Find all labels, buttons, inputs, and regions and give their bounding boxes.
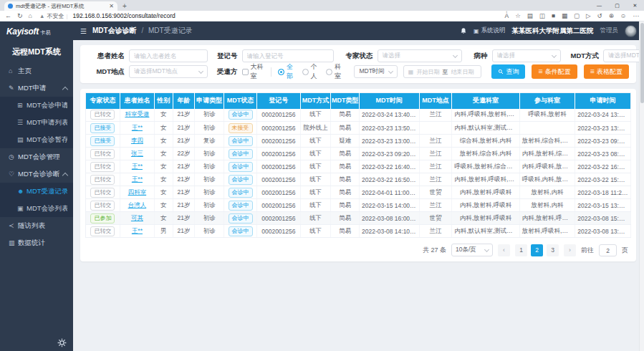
collapse-menu-icon[interactable]: ☰ bbox=[80, 27, 87, 35]
patient-name-link[interactable]: 可其 bbox=[131, 214, 143, 221]
scrollbar-thumb[interactable] bbox=[640, 23, 644, 103]
chevron-down-icon bbox=[484, 246, 489, 251]
page-size-select[interactable]: 10条/页 bbox=[451, 244, 493, 256]
invitee-radio-all[interactable]: 全部 bbox=[278, 62, 295, 81]
user-icon: ☻ bbox=[17, 188, 27, 195]
new-tab-button[interactable]: + bbox=[122, 2, 127, 10]
patient-name-link[interactable]: 王** bbox=[132, 124, 143, 131]
favorites-icon[interactable]: ☆ bbox=[515, 12, 521, 19]
sidebar-item-mdt-consult-list[interactable]: ▣MDT会诊列表 bbox=[0, 200, 73, 217]
invitee-radio-personal[interactable]: 个人 bbox=[302, 62, 319, 81]
disease-select[interactable]: 请选择 bbox=[492, 49, 561, 62]
search-button[interactable]: 查询 bbox=[491, 64, 525, 79]
url-text[interactable]: 192.168.0.156:9002/consultate/record bbox=[73, 12, 176, 19]
more-icon[interactable]: ⋯ bbox=[633, 12, 640, 19]
workspaces-icon[interactable]: ▦ bbox=[562, 12, 567, 19]
patient-name-link[interactable]: 王** bbox=[132, 163, 143, 170]
condition-config-button[interactable]: ☰ 条件配置 bbox=[532, 64, 577, 79]
mdt-status-badge: 会诊中 bbox=[229, 201, 253, 211]
back-icon[interactable]: ← bbox=[5, 12, 11, 19]
patient-name-input[interactable] bbox=[129, 49, 208, 62]
patient-name-cell: 可其 bbox=[120, 212, 154, 225]
sidebar-item-mdt-invite-record[interactable]: ☻MDT受邀记录 bbox=[0, 183, 73, 200]
mdt-mode-cell: 线下 bbox=[300, 148, 331, 160]
text-size-icon[interactable]: A̾ bbox=[504, 12, 509, 19]
chevron-down-icon bbox=[388, 68, 393, 73]
screenshot-icon[interactable]: ■ bbox=[552, 12, 555, 19]
patient-name-link[interactable]: 科室受邀 bbox=[125, 110, 149, 117]
browser-tab[interactable]: mdt受邀记录 - 远程MDT系统 ✕ bbox=[4, 1, 117, 11]
date-range-input[interactable]: ▦ 开始日期 至 结束日期 bbox=[403, 65, 482, 78]
settings-gear-icon[interactable] bbox=[57, 337, 67, 347]
patient-name-link[interactable]: 张三 bbox=[131, 150, 143, 157]
page-button-1[interactable]: 1 bbox=[515, 244, 527, 256]
profile-icon[interactable]: ☺ bbox=[620, 12, 627, 19]
column-header: MDT时间 bbox=[359, 93, 419, 109]
mdt-mode-cell: 线下 bbox=[300, 199, 331, 212]
apply-type-cell: 初诊 bbox=[195, 160, 224, 173]
topbar-right: ▣ 系统说明 某某医科大学附属第二医院 管理员 bbox=[460, 25, 637, 37]
system-help-link[interactable]: ▣ 系统说明 bbox=[474, 27, 506, 35]
user-avatar[interactable] bbox=[625, 25, 637, 37]
time-type-select[interactable]: MDT时间 bbox=[354, 65, 397, 78]
split-screen-icon[interactable]: ◫ bbox=[539, 12, 545, 19]
sidebar-item-data-stats[interactable]: ▥数据统计 bbox=[0, 234, 73, 251]
page-button-2[interactable]: 2 bbox=[531, 244, 543, 256]
diagnosis-icon: ♡ bbox=[9, 170, 18, 178]
mdt-status-cell: 会诊中 bbox=[224, 135, 257, 148]
gender-cell: 女 bbox=[154, 173, 173, 186]
collections-icon[interactable]: ▤ bbox=[527, 12, 533, 19]
mdt-time-cell: 2022-04-01 11:00:00 bbox=[359, 186, 419, 199]
tab-close-icon[interactable]: ✕ bbox=[109, 3, 114, 9]
total-count: 共 27 条 bbox=[423, 246, 446, 255]
history-icon[interactable]: ↺ bbox=[597, 12, 602, 19]
downloads-icon[interactable]: ⊕ bbox=[609, 12, 614, 19]
patient-name-link[interactable]: 李四 bbox=[131, 137, 143, 144]
register-no-input[interactable] bbox=[242, 49, 334, 62]
patient-name-link[interactable]: 王** bbox=[132, 227, 143, 234]
sidebar-item-mdt-apply[interactable]: ✎MDT申请 bbox=[0, 80, 73, 97]
big-dept-checkbox[interactable]: 大科室 bbox=[242, 62, 265, 81]
patient-name-link[interactable]: 王** bbox=[132, 176, 143, 183]
patient-name-link[interactable]: 台湾人 bbox=[128, 201, 147, 208]
table-row: 已转交科室受邀女21岁初诊会诊中0002001256线下简易2022-03-24… bbox=[86, 109, 631, 122]
mdt-time-cell: 2022-03-24 13:40:00 bbox=[359, 109, 419, 122]
sidebar-item-mdt-diagnosis[interactable]: ♡MDT会诊诊断 bbox=[0, 165, 73, 183]
sidebar-item-mdt-apply-list[interactable]: ☰MDT申请列表 bbox=[0, 114, 73, 131]
close-icon[interactable]: ✕ bbox=[626, 3, 644, 9]
register-no-cell: 0002001256 bbox=[256, 225, 300, 238]
column-header: 年龄 bbox=[173, 93, 194, 109]
table-config-button[interactable]: ☰ 表格配置 bbox=[584, 64, 629, 79]
sidebar-item-mdt-apply-draft[interactable]: ▤MDT会诊暂存 bbox=[0, 131, 73, 148]
logo-sub-text: 卡易 bbox=[40, 29, 51, 37]
joined-depts-cell: 内科,放射科,综合科 bbox=[519, 148, 575, 160]
patient-name-cell: 王** bbox=[120, 173, 154, 186]
refresh-icon[interactable]: ↻ bbox=[17, 12, 23, 19]
expert-status-select[interactable]: 请选择 bbox=[378, 49, 462, 62]
mdt-place-select[interactable]: 请选择MDT地点 bbox=[129, 65, 208, 78]
next-page-button[interactable]: › bbox=[564, 244, 576, 256]
invitee-radio-dept[interactable]: 科室 bbox=[326, 62, 343, 81]
patient-name-link[interactable]: 四科室 bbox=[128, 188, 147, 196]
mdt-type-cell: 简易 bbox=[331, 109, 360, 122]
home-icon[interactable]: ⌂ bbox=[29, 12, 32, 19]
mdt-mode-select[interactable]: 请选择MDT方式 bbox=[603, 49, 644, 62]
minimize-icon[interactable]: — bbox=[590, 3, 608, 8]
prev-page-button[interactable]: ‹ bbox=[498, 244, 510, 256]
breadcrumb: MDT会诊诊断 / MDT受邀记录 bbox=[92, 26, 193, 36]
sidebar-item-mdt-apply-request[interactable]: ⊞MDT会诊申请 bbox=[0, 97, 73, 114]
goto-page-input[interactable]: 2 bbox=[599, 244, 617, 256]
system-help-label: 系统说明 bbox=[481, 27, 506, 35]
sidebar-item-followup-list[interactable]: ≺随访列表 bbox=[0, 217, 73, 234]
page-button-3[interactable]: 3 bbox=[547, 244, 559, 256]
copilot-icon[interactable]: ▷ bbox=[586, 12, 591, 19]
sidebar-icon[interactable]: ▢ bbox=[574, 12, 580, 19]
browser-addressbar: ←↻⌂ ▲ 不安全 | 192.168.0.156:9002/consultat… bbox=[0, 11, 644, 21]
sidebar-item-mdt-manage[interactable]: ◷MDT会诊管理 bbox=[0, 148, 73, 165]
bell-icon[interactable] bbox=[460, 27, 467, 35]
apply-type-cell: 初诊 bbox=[195, 148, 224, 160]
maximize-icon[interactable]: ▢ bbox=[608, 3, 626, 9]
scrollbar-track[interactable] bbox=[639, 21, 644, 351]
security-chip[interactable]: ▲ 不安全 | bbox=[39, 12, 68, 20]
sidebar-item-home[interactable]: ⌂主页 bbox=[0, 62, 73, 80]
